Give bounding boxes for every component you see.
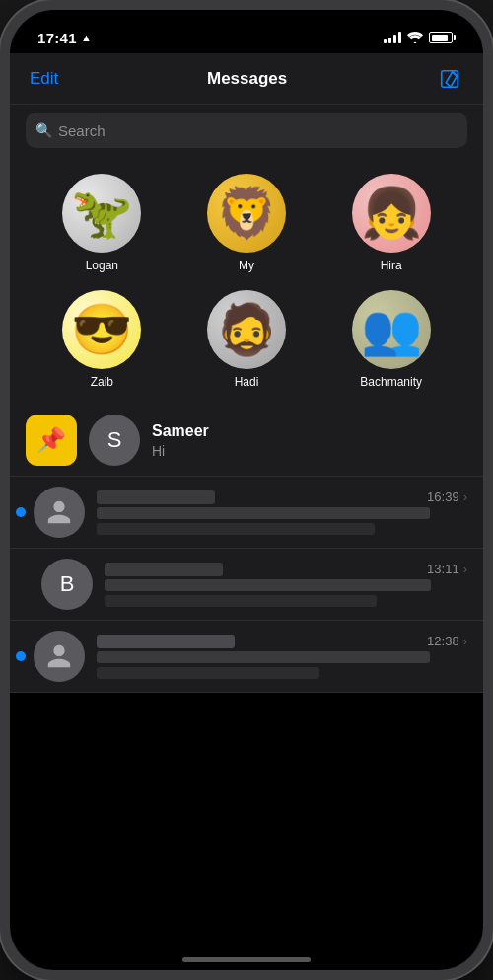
home-indicator (182, 957, 311, 962)
edit-button[interactable]: Edit (30, 69, 58, 89)
message-list: 📌 S Sameer Hi (10, 405, 483, 693)
pinned-message-sameer[interactable]: 📌 S Sameer Hi (10, 405, 483, 477)
contact-logan[interactable]: 🦖 Logan (62, 174, 141, 272)
status-bar: 17:41 ▲ (10, 10, 483, 53)
contact-name-logan: Logan (86, 259, 118, 272)
pinned-contacts-row2: 😎 Zaib 🧔 Hadi 👥 Bachmanity (10, 282, 483, 405)
compose-button[interactable] (436, 65, 463, 93)
row-preview-line1-1 (97, 507, 430, 519)
hira-emoji: 👧 (352, 174, 431, 253)
contact-bachmanity[interactable]: 👥 Bachmanity (352, 290, 431, 389)
contact-avatar-my: 🦁 (207, 174, 286, 253)
chevron-icon-2: › (463, 562, 467, 576)
contact-name-bachmanity: Bachmanity (360, 375, 422, 389)
row-name-blurred-2 (105, 563, 223, 576)
phone-frame: 17:41 ▲ Edit Messages (0, 0, 493, 980)
sameer-initial: S (107, 427, 122, 453)
unread-indicator-1 (16, 507, 26, 517)
message-row-1[interactable]: 16:39 › (10, 477, 483, 549)
row-preview-line2-2 (105, 595, 377, 607)
row-time-2: 13:11 › (427, 562, 467, 576)
navigation-bar: Edit Messages (10, 53, 483, 105)
screen: 17:41 ▲ Edit Messages (10, 10, 483, 970)
row-content-3: 12:38 › (97, 634, 467, 679)
contact-hadi[interactable]: 🧔 Hadi (207, 290, 286, 389)
logan-emoji: 🦖 (62, 174, 141, 253)
row-time-3: 12:38 › (427, 634, 467, 648)
sameer-avatar: S (89, 415, 140, 466)
row-name-blurred-1 (97, 490, 215, 504)
row-header-1: 16:39 › (97, 490, 467, 504)
wifi-icon (407, 32, 423, 43)
status-time: 17:41 (37, 30, 77, 46)
row-preview-line2-3 (97, 667, 319, 679)
location-arrow-icon: ▲ (81, 32, 92, 43)
contact-hira[interactable]: 👧 Hira (352, 174, 431, 272)
zaib-emoji: 😎 (62, 290, 141, 369)
row-time-1: 16:39 › (427, 490, 467, 504)
contact-name-zaib: Zaib (91, 375, 113, 389)
hadi-emoji: 🧔 (207, 290, 286, 369)
contact-name-my: My (239, 259, 254, 272)
avatar-row-1 (34, 487, 85, 538)
chevron-icon-1: › (463, 490, 467, 504)
bachmanity-emoji: 👥 (352, 290, 431, 369)
avatar-row-2: B (41, 559, 93, 610)
contact-avatar-hira: 👧 (352, 174, 431, 253)
row-header-2: 13:11 › (105, 562, 467, 576)
search-icon: 🔍 (35, 122, 52, 138)
person-icon-3 (45, 642, 73, 670)
b-initial: B (60, 571, 75, 597)
pin-icon: 📌 (36, 426, 66, 454)
search-container: 🔍 Search (10, 105, 483, 158)
contact-avatar-logan: 🦖 (62, 174, 141, 253)
status-icons (384, 32, 456, 43)
row-preview-line2-1 (97, 523, 375, 535)
row-preview-line1-2 (105, 579, 431, 591)
sameer-preview: Hi (152, 443, 467, 459)
contact-avatar-bachmanity: 👥 (352, 290, 431, 369)
my-emoji: 🦁 (207, 174, 286, 253)
pinned-contacts-row1: 🦖 Logan 🦁 My 👧 Hira (10, 158, 483, 282)
search-bar[interactable]: 🔍 Search (26, 113, 467, 148)
signal-bars-icon (384, 32, 401, 43)
unread-indicator-3 (16, 651, 26, 661)
sameer-message-content: Sameer Hi (152, 422, 467, 459)
message-row-2[interactable]: B 13:11 › (10, 549, 483, 621)
page-title: Messages (207, 69, 287, 89)
row-content-1: 16:39 › (97, 490, 467, 535)
battery-icon (429, 32, 456, 43)
contact-my[interactable]: 🦁 My (207, 174, 286, 272)
sameer-name: Sameer (152, 422, 467, 440)
row-content-2: 13:11 › (105, 562, 467, 607)
contact-avatar-hadi: 🧔 (207, 290, 286, 369)
chevron-icon-3: › (463, 634, 467, 648)
row-header-3: 12:38 › (97, 634, 467, 648)
message-row-3[interactable]: 12:38 › (10, 621, 483, 693)
contact-name-hira: Hira (381, 259, 402, 272)
person-icon-1 (45, 498, 73, 526)
contact-zaib[interactable]: 😎 Zaib (62, 290, 141, 389)
search-input[interactable]: Search (58, 122, 106, 139)
contact-avatar-zaib: 😎 (62, 290, 141, 369)
pin-icon-avatar: 📌 (26, 415, 77, 466)
avatar-row-3 (34, 631, 85, 682)
compose-icon (439, 68, 460, 90)
row-name-blurred-3 (97, 635, 235, 648)
contact-name-hadi: Hadi (235, 375, 259, 389)
row-preview-line1-3 (97, 651, 430, 663)
